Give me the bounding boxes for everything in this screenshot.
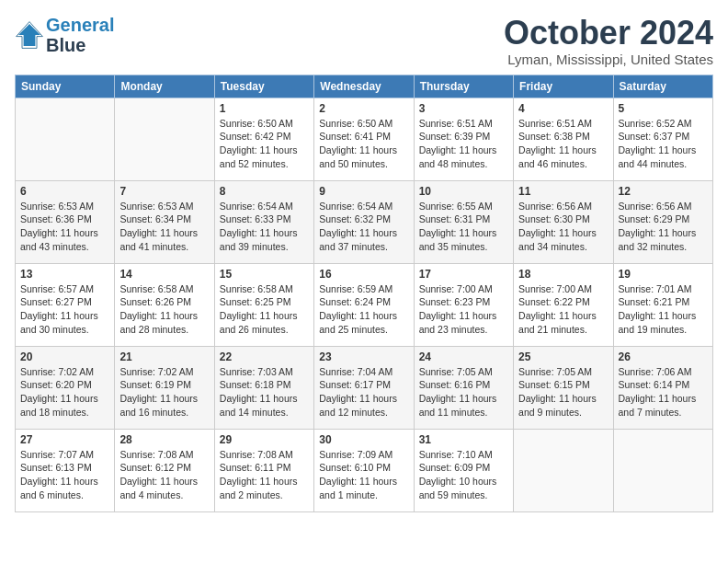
calendar-day-23: 23Sunrise: 7:04 AM Sunset: 6:17 PM Dayli… (314, 346, 414, 429)
day-number: 25 (518, 350, 608, 363)
day-number: 12 (619, 185, 708, 198)
day-number: 20 (20, 350, 109, 363)
day-info: Sunrise: 6:54 AM Sunset: 6:33 PM Dayligh… (220, 200, 309, 254)
day-info: Sunrise: 6:53 AM Sunset: 6:34 PM Dayligh… (119, 200, 209, 254)
day-info: Sunrise: 6:58 AM Sunset: 6:25 PM Dayligh… (220, 282, 309, 337)
day-number: 3 (419, 102, 508, 115)
calendar-day-19: 19Sunrise: 7:01 AM Sunset: 6:21 PM Dayli… (613, 263, 712, 346)
day-info: Sunrise: 6:55 AM Sunset: 6:31 PM Dayligh… (419, 200, 508, 254)
calendar-day-5: 5Sunrise: 6:52 AM Sunset: 6:37 PM Daylig… (613, 98, 712, 180)
page-header: General Blue October 2024 Lyman, Mississ… (15, 15, 713, 67)
day-number: 17 (419, 268, 508, 281)
logo-blue: Blue (46, 35, 85, 55)
calendar-day-25: 25Sunrise: 7:05 AM Sunset: 6:15 PM Dayli… (514, 346, 613, 429)
weekday-header-monday: Monday (115, 75, 214, 98)
calendar-week-2: 6Sunrise: 6:53 AM Sunset: 6:36 PM Daylig… (16, 180, 713, 263)
calendar-day-6: 6Sunrise: 6:53 AM Sunset: 6:36 PM Daylig… (16, 180, 115, 263)
calendar-day-22: 22Sunrise: 7:03 AM Sunset: 6:18 PM Dayli… (214, 346, 313, 429)
day-info: Sunrise: 7:06 AM Sunset: 6:14 PM Dayligh… (619, 365, 708, 419)
day-info: Sunrise: 6:59 AM Sunset: 6:24 PM Dayligh… (319, 282, 408, 337)
day-info: Sunrise: 7:03 AM Sunset: 6:18 PM Dayligh… (220, 365, 309, 419)
day-number: 19 (619, 268, 708, 281)
calendar-day-1: 1Sunrise: 6:50 AM Sunset: 6:42 PM Daylig… (214, 98, 313, 180)
calendar-day-21: 21Sunrise: 7:02 AM Sunset: 6:19 PM Dayli… (115, 346, 214, 429)
calendar-day-13: 13Sunrise: 6:57 AM Sunset: 6:27 PM Dayli… (16, 263, 115, 346)
day-info: Sunrise: 6:51 AM Sunset: 6:39 PM Dayligh… (419, 117, 508, 171)
day-number: 9 (319, 185, 408, 198)
calendar-day-3: 3Sunrise: 6:51 AM Sunset: 6:39 PM Daylig… (414, 98, 513, 180)
day-info: Sunrise: 6:56 AM Sunset: 6:30 PM Dayligh… (518, 200, 608, 254)
day-number: 11 (518, 185, 608, 198)
day-number: 13 (20, 268, 109, 281)
weekday-header-friday: Friday (514, 75, 613, 98)
month-title: October 2024 (504, 15, 713, 52)
calendar-day-18: 18Sunrise: 7:00 AM Sunset: 6:22 PM Dayli… (514, 263, 613, 346)
calendar-day-27: 27Sunrise: 7:07 AM Sunset: 6:13 PM Dayli… (16, 429, 115, 511)
logo: General Blue (15, 15, 114, 55)
weekday-header-tuesday: Tuesday (214, 75, 313, 98)
day-info: Sunrise: 7:08 AM Sunset: 6:12 PM Dayligh… (119, 448, 209, 502)
day-info: Sunrise: 6:58 AM Sunset: 6:26 PM Dayligh… (119, 282, 209, 337)
day-number: 7 (119, 185, 209, 198)
calendar-day-14: 14Sunrise: 6:58 AM Sunset: 6:26 PM Dayli… (115, 263, 214, 346)
calendar-day-26: 26Sunrise: 7:06 AM Sunset: 6:14 PM Dayli… (613, 346, 712, 429)
day-number: 27 (20, 433, 109, 446)
day-info: Sunrise: 6:57 AM Sunset: 6:27 PM Dayligh… (20, 282, 109, 337)
day-info: Sunrise: 7:07 AM Sunset: 6:13 PM Dayligh… (20, 448, 109, 502)
calendar-day-7: 7Sunrise: 6:53 AM Sunset: 6:34 PM Daylig… (115, 180, 214, 263)
calendar-day-empty (115, 98, 214, 180)
location: Lyman, Mississippi, United States (504, 52, 713, 67)
day-info: Sunrise: 6:53 AM Sunset: 6:36 PM Dayligh… (20, 200, 109, 254)
day-info: Sunrise: 6:51 AM Sunset: 6:38 PM Dayligh… (518, 117, 608, 171)
day-number: 18 (518, 268, 608, 281)
calendar-day-16: 16Sunrise: 6:59 AM Sunset: 6:24 PM Dayli… (314, 263, 414, 346)
calendar-day-31: 31Sunrise: 7:10 AM Sunset: 6:09 PM Dayli… (414, 429, 513, 511)
day-number: 5 (619, 102, 708, 115)
day-number: 1 (220, 102, 309, 115)
day-number: 10 (419, 185, 508, 198)
weekday-header-sunday: Sunday (16, 75, 115, 98)
calendar-day-30: 30Sunrise: 7:09 AM Sunset: 6:10 PM Dayli… (314, 429, 414, 511)
calendar-week-3: 13Sunrise: 6:57 AM Sunset: 6:27 PM Dayli… (16, 263, 713, 346)
day-number: 31 (419, 433, 508, 446)
calendar-day-11: 11Sunrise: 6:56 AM Sunset: 6:30 PM Dayli… (514, 180, 613, 263)
day-info: Sunrise: 6:50 AM Sunset: 6:41 PM Dayligh… (319, 117, 408, 171)
calendar-day-10: 10Sunrise: 6:55 AM Sunset: 6:31 PM Dayli… (414, 180, 513, 263)
day-number: 26 (619, 350, 708, 363)
day-number: 2 (319, 102, 408, 115)
weekday-header-row: SundayMondayTuesdayWednesdayThursdayFrid… (16, 75, 713, 98)
day-info: Sunrise: 6:56 AM Sunset: 6:29 PM Dayligh… (619, 200, 708, 254)
logo-icon (15, 20, 44, 50)
title-area: October 2024 Lyman, Mississippi, United … (504, 15, 713, 67)
calendar-day-15: 15Sunrise: 6:58 AM Sunset: 6:25 PM Dayli… (214, 263, 313, 346)
calendar-day-empty (613, 429, 712, 511)
day-info: Sunrise: 7:04 AM Sunset: 6:17 PM Dayligh… (319, 365, 408, 419)
calendar-week-4: 20Sunrise: 7:02 AM Sunset: 6:20 PM Dayli… (16, 346, 713, 429)
day-info: Sunrise: 6:52 AM Sunset: 6:37 PM Dayligh… (619, 117, 708, 171)
day-number: 28 (119, 433, 209, 446)
calendar-day-28: 28Sunrise: 7:08 AM Sunset: 6:12 PM Dayli… (115, 429, 214, 511)
day-number: 23 (319, 350, 408, 363)
calendar-week-1: 1Sunrise: 6:50 AM Sunset: 6:42 PM Daylig… (16, 98, 713, 180)
calendar-table: SundayMondayTuesdayWednesdayThursdayFrid… (15, 75, 713, 512)
calendar-day-20: 20Sunrise: 7:02 AM Sunset: 6:20 PM Dayli… (16, 346, 115, 429)
calendar-day-29: 29Sunrise: 7:08 AM Sunset: 6:11 PM Dayli… (214, 429, 313, 511)
day-info: Sunrise: 7:05 AM Sunset: 6:15 PM Dayligh… (518, 365, 608, 419)
day-info: Sunrise: 7:02 AM Sunset: 6:19 PM Dayligh… (119, 365, 209, 419)
weekday-header-thursday: Thursday (414, 75, 513, 98)
day-number: 16 (319, 268, 408, 281)
day-info: Sunrise: 6:50 AM Sunset: 6:42 PM Dayligh… (220, 117, 309, 171)
logo-general: General (46, 15, 114, 35)
day-number: 29 (220, 433, 309, 446)
day-info: Sunrise: 7:05 AM Sunset: 6:16 PM Dayligh… (419, 365, 508, 419)
day-info: Sunrise: 7:10 AM Sunset: 6:09 PM Dayligh… (419, 448, 508, 502)
day-info: Sunrise: 7:08 AM Sunset: 6:11 PM Dayligh… (220, 448, 309, 502)
day-info: Sunrise: 7:00 AM Sunset: 6:23 PM Dayligh… (419, 282, 508, 337)
day-info: Sunrise: 7:01 AM Sunset: 6:21 PM Dayligh… (619, 282, 708, 337)
day-info: Sunrise: 6:54 AM Sunset: 6:32 PM Dayligh… (319, 200, 408, 254)
day-number: 30 (319, 433, 408, 446)
day-number: 22 (220, 350, 309, 363)
calendar-day-2: 2Sunrise: 6:50 AM Sunset: 6:41 PM Daylig… (314, 98, 414, 180)
calendar-day-9: 9Sunrise: 6:54 AM Sunset: 6:32 PM Daylig… (314, 180, 414, 263)
weekday-header-wednesday: Wednesday (314, 75, 414, 98)
